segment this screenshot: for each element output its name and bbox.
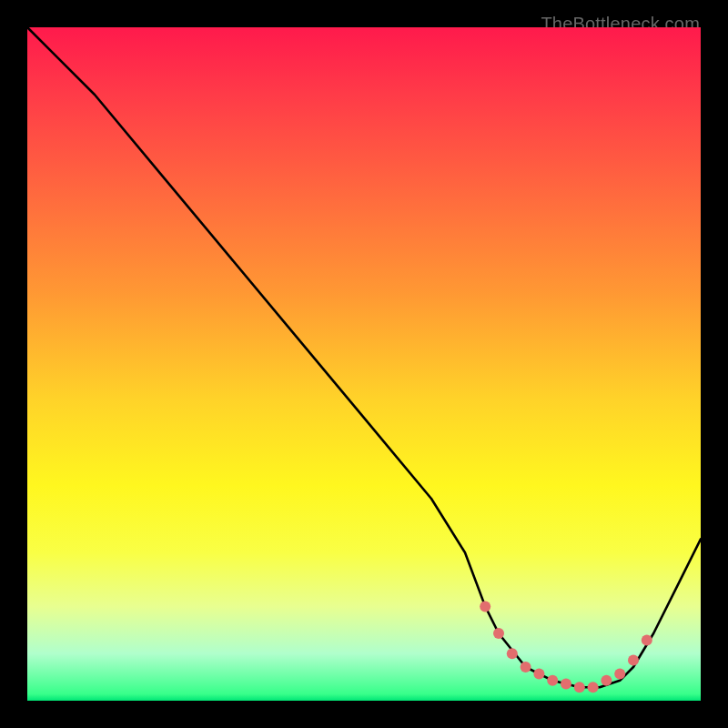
sweet-spot-dot <box>507 648 518 659</box>
sweet-spot-dot <box>533 668 544 679</box>
bottleneck-curve-path <box>27 27 701 687</box>
sweet-spot-dot <box>521 662 531 672</box>
sweet-spot-markers <box>480 601 652 693</box>
sweet-spot-dot <box>547 675 558 686</box>
sweet-spot-dot <box>642 634 652 645</box>
sweet-spot-dot <box>561 679 571 690</box>
plot-area <box>27 27 701 701</box>
sweet-spot-dot <box>601 675 612 686</box>
sweet-spot-dot <box>614 668 625 679</box>
sweet-spot-dot <box>493 628 504 639</box>
sweet-spot-dot <box>574 682 585 693</box>
sweet-spot-dot <box>480 601 490 612</box>
sweet-spot-dot <box>588 682 599 693</box>
sweet-spot-dot <box>628 655 639 666</box>
curve-svg <box>27 27 701 701</box>
chart-frame: TheBottleneck.com <box>14 14 714 714</box>
